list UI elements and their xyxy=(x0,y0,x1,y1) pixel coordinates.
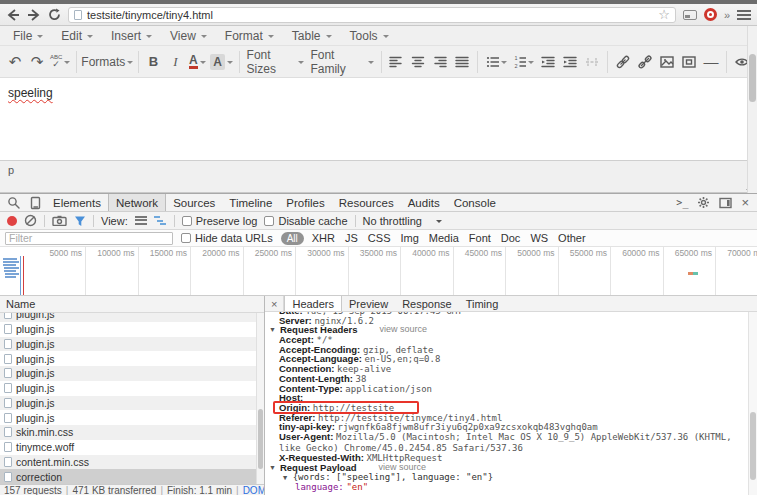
undo-button[interactable]: ↶ xyxy=(4,50,26,74)
menu-file[interactable]: File xyxy=(4,26,52,45)
tab-profiles[interactable]: Profiles xyxy=(279,194,331,211)
filter-type-css[interactable]: CSS xyxy=(368,232,391,244)
bookmark-star-icon[interactable]: ☆ xyxy=(658,7,670,22)
filter-input[interactable] xyxy=(5,232,173,245)
tab-audits[interactable]: Audits xyxy=(401,194,447,211)
insert-media-button[interactable] xyxy=(678,50,700,74)
scrollbar-thumb[interactable] xyxy=(749,54,756,102)
device-toolbar-button[interactable] xyxy=(25,194,46,211)
request-list-scrollbar[interactable] xyxy=(256,313,264,484)
table-row[interactable]: plugin.js xyxy=(0,396,264,411)
spellcheck-button[interactable]: ABC✓ xyxy=(48,50,72,74)
cast-extension-icon[interactable] xyxy=(683,10,697,20)
tab-timing[interactable]: Timing xyxy=(459,296,506,311)
font-sizes-dropdown[interactable]: Font Sizes xyxy=(244,50,308,74)
table-row[interactable]: skin.min.css xyxy=(0,425,264,440)
tab-preview[interactable]: Preview xyxy=(342,296,395,311)
menu-insert[interactable]: Insert xyxy=(102,26,161,45)
tab-resources[interactable]: Resources xyxy=(332,194,401,211)
table-row[interactable]: plugin.js xyxy=(0,322,264,337)
table-row[interactable]: plugin.js xyxy=(0,366,264,381)
close-icon[interactable]: × xyxy=(741,195,749,210)
preserve-log-toggle[interactable]: Preserve log xyxy=(182,215,258,227)
view-timeline-icon[interactable] xyxy=(154,216,167,225)
network-overview[interactable]: 5000 ms 10000 ms 15000 ms 20000 ms 25000… xyxy=(0,247,757,296)
filter-type-js[interactable]: JS xyxy=(345,232,358,244)
numbered-list-button[interactable]: 12 xyxy=(510,50,537,74)
menu-format[interactable]: Format xyxy=(216,26,283,45)
disable-cache-toggle[interactable]: Disable cache xyxy=(264,215,347,227)
dock-side-icon[interactable] xyxy=(719,197,732,209)
tab-sources[interactable]: Sources xyxy=(166,194,222,211)
formats-dropdown[interactable]: Formats xyxy=(81,50,133,74)
scrollbar-thumb[interactable] xyxy=(750,412,756,480)
filter-type-other[interactable]: Other xyxy=(558,232,586,244)
align-right-button[interactable] xyxy=(429,50,451,74)
tab-network[interactable]: Network xyxy=(108,194,166,211)
payload-summary[interactable]: ▼ {words: ["speeling"], language: "en"} xyxy=(269,473,743,483)
tab-headers[interactable]: Headers xyxy=(284,296,342,311)
table-row[interactable]: plugin.js xyxy=(0,313,264,322)
tab-response[interactable]: Response xyxy=(395,296,459,311)
indent-button[interactable] xyxy=(559,50,581,74)
forward-button[interactable] xyxy=(27,9,41,21)
redo-button[interactable]: ↷ xyxy=(26,50,48,74)
background-color-button[interactable]: A xyxy=(208,50,234,74)
insert-image-button[interactable] xyxy=(656,50,678,74)
menu-edit[interactable]: Edit xyxy=(52,26,102,45)
screenshot-camera-icon[interactable] xyxy=(52,215,67,226)
horizontal-rule-button[interactable]: — xyxy=(700,50,722,74)
text-color-button[interactable]: A xyxy=(186,50,208,74)
menu-table[interactable]: Table xyxy=(283,26,341,45)
filter-type-xhr[interactable]: XHR xyxy=(312,232,335,244)
table-row[interactable]: tinymce.woff xyxy=(0,440,264,455)
gear-icon[interactable] xyxy=(697,196,710,209)
console-drawer-icon[interactable]: >_ xyxy=(676,197,688,208)
filter-type-font[interactable]: Font xyxy=(469,232,491,244)
filter-type-media[interactable]: Media xyxy=(429,232,459,244)
filter-type-doc[interactable]: Doc xyxy=(501,232,521,244)
record-button[interactable] xyxy=(7,216,17,226)
align-left-button[interactable] xyxy=(385,50,407,74)
bold-button[interactable]: B xyxy=(142,50,164,74)
view-list-icon[interactable] xyxy=(135,216,147,225)
align-justify-button[interactable] xyxy=(451,50,473,74)
insert-link-button[interactable] xyxy=(612,50,634,74)
browser-menu-icon[interactable] xyxy=(737,10,751,20)
reload-button[interactable] xyxy=(48,8,61,21)
italic-button[interactable]: I xyxy=(164,50,186,74)
outdent-button[interactable] xyxy=(537,50,559,74)
column-header-name[interactable]: Name xyxy=(0,296,264,313)
table-row-selected[interactable]: correction xyxy=(0,469,264,484)
details-scrollbar[interactable] xyxy=(748,312,757,495)
misspelled-word[interactable]: speeling xyxy=(8,86,53,100)
filter-type-img[interactable]: Img xyxy=(400,232,418,244)
tab-console[interactable]: Console xyxy=(447,194,503,211)
table-row[interactable]: plugin.js xyxy=(0,381,264,396)
align-center-button[interactable] xyxy=(407,50,429,74)
table-row[interactable]: plugin.js xyxy=(0,351,264,366)
request-headers-section[interactable]: ▼Request Headersview source xyxy=(269,325,743,335)
filter-funnel-icon[interactable] xyxy=(74,215,86,227)
element-path[interactable]: p xyxy=(8,164,14,176)
tab-elements[interactable]: Elements xyxy=(46,194,108,211)
extensions-overflow-icon[interactable]: » xyxy=(724,9,730,21)
inspect-element-button[interactable] xyxy=(2,194,25,211)
menu-tools[interactable]: Tools xyxy=(341,26,398,45)
font-family-dropdown[interactable]: Font Family xyxy=(307,50,376,74)
close-details-icon[interactable]: × xyxy=(265,296,284,311)
back-button[interactable] xyxy=(6,9,20,21)
scrollbar-thumb[interactable] xyxy=(258,409,263,469)
hide-data-urls-toggle[interactable]: Hide data URLs xyxy=(181,232,273,244)
filter-type-all[interactable]: All xyxy=(281,232,304,245)
tab-timeline[interactable]: Timeline xyxy=(222,194,279,211)
record-extension-icon[interactable] xyxy=(704,8,717,21)
table-row[interactable]: content.min.css xyxy=(0,455,264,470)
view-source-link[interactable]: view source xyxy=(380,325,428,335)
table-row[interactable]: plugin.js xyxy=(0,410,264,425)
clear-icon[interactable] xyxy=(24,214,37,227)
table-row[interactable]: plugin.js xyxy=(0,337,264,352)
bullet-list-button[interactable] xyxy=(482,50,509,74)
editor-content[interactable]: speeling xyxy=(0,78,757,160)
throttling-dropdown[interactable]: No throttling xyxy=(363,215,442,227)
